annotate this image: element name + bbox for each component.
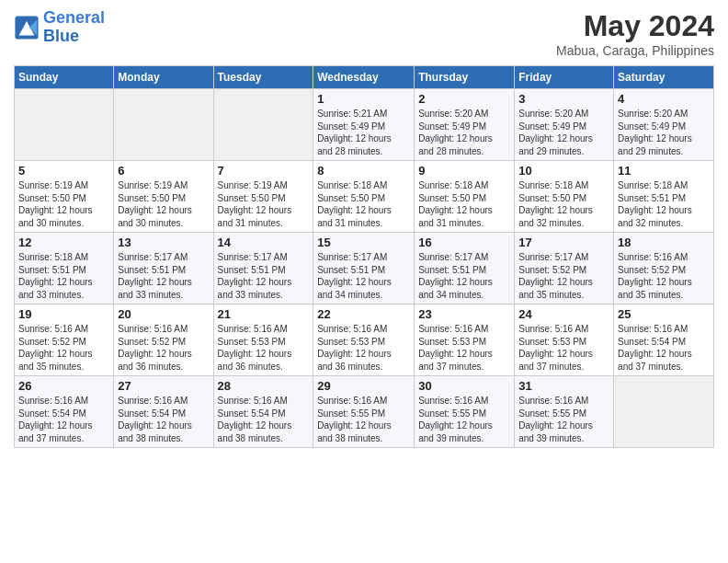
day-number: 9: [418, 164, 510, 178]
day-number: 3: [518, 92, 609, 106]
day-info: Sunrise: 5:17 AMSunset: 5:51 PMDaylight:…: [418, 251, 510, 301]
calendar-cell: 6Sunrise: 5:19 AMSunset: 5:50 PMDaylight…: [114, 161, 213, 233]
day-info: Sunrise: 5:17 AMSunset: 5:51 PMDaylight:…: [317, 251, 410, 301]
calendar-cell: 26Sunrise: 5:16 AMSunset: 5:54 PMDayligh…: [15, 376, 114, 448]
weekday-header-friday: Friday: [515, 66, 614, 89]
day-info: Sunrise: 5:18 AMSunset: 5:51 PMDaylight:…: [618, 179, 710, 229]
calendar-cell: 10Sunrise: 5:18 AMSunset: 5:50 PMDayligh…: [515, 161, 614, 233]
day-number: 31: [518, 379, 609, 393]
day-info: Sunrise: 5:16 AMSunset: 5:54 PMDaylight:…: [118, 395, 209, 444]
day-info: Sunrise: 5:16 AMSunset: 5:54 PMDaylight:…: [218, 395, 310, 444]
weekday-header-tuesday: Tuesday: [213, 66, 313, 89]
day-info: Sunrise: 5:16 AMSunset: 5:54 PMDaylight:…: [18, 395, 109, 444]
month-year: May 2024: [556, 9, 714, 43]
day-info: Sunrise: 5:16 AMSunset: 5:53 PMDaylight:…: [218, 323, 310, 373]
weekday-header-saturday: Saturday: [614, 66, 714, 89]
calendar-cell: 23Sunrise: 5:16 AMSunset: 5:53 PMDayligh…: [415, 304, 515, 376]
day-number: 27: [118, 379, 209, 393]
calendar-week-1: 1Sunrise: 5:21 AMSunset: 5:49 PMDaylight…: [15, 89, 714, 161]
logo: General Blue: [14, 9, 105, 46]
calendar-cell: 22Sunrise: 5:16 AMSunset: 5:53 PMDayligh…: [313, 304, 415, 376]
day-info: Sunrise: 5:16 AMSunset: 5:54 PMDaylight:…: [618, 323, 710, 373]
calendar-cell: 19Sunrise: 5:16 AMSunset: 5:52 PMDayligh…: [15, 304, 114, 376]
weekday-header-monday: Monday: [114, 66, 213, 89]
day-info: Sunrise: 5:21 AMSunset: 5:49 PMDaylight:…: [317, 108, 410, 157]
calendar-cell: [614, 376, 714, 448]
day-number: 4: [618, 92, 710, 106]
day-number: 28: [218, 379, 310, 393]
day-info: Sunrise: 5:16 AMSunset: 5:52 PMDaylight:…: [18, 323, 109, 373]
calendar-week-3: 12Sunrise: 5:18 AMSunset: 5:51 PMDayligh…: [15, 233, 714, 304]
day-info: Sunrise: 5:19 AMSunset: 5:50 PMDaylight:…: [218, 179, 310, 229]
day-number: 23: [418, 307, 510, 321]
weekday-header-row: SundayMondayTuesdayWednesdayThursdayFrid…: [15, 66, 714, 89]
calendar-week-2: 5Sunrise: 5:19 AMSunset: 5:50 PMDaylight…: [15, 161, 714, 233]
day-info: Sunrise: 5:18 AMSunset: 5:51 PMDaylight:…: [18, 251, 109, 301]
day-info: Sunrise: 5:16 AMSunset: 5:53 PMDaylight:…: [317, 323, 410, 373]
day-info: Sunrise: 5:16 AMSunset: 5:52 PMDaylight:…: [118, 323, 209, 373]
calendar-cell: 1Sunrise: 5:21 AMSunset: 5:49 PMDaylight…: [313, 89, 415, 161]
day-number: 7: [218, 164, 310, 178]
page-header: General Blue May 2024 Mabua, Caraga, Phi…: [14, 9, 714, 58]
day-info: Sunrise: 5:19 AMSunset: 5:50 PMDaylight:…: [18, 179, 109, 229]
calendar-cell: 18Sunrise: 5:16 AMSunset: 5:52 PMDayligh…: [614, 233, 714, 304]
day-info: Sunrise: 5:16 AMSunset: 5:55 PMDaylight:…: [518, 395, 609, 444]
title-area: May 2024 Mabua, Caraga, Philippines: [556, 9, 714, 58]
calendar-cell: 12Sunrise: 5:18 AMSunset: 5:51 PMDayligh…: [15, 233, 114, 304]
day-number: 16: [418, 236, 510, 249]
day-number: 13: [118, 236, 209, 249]
logo-line1: General: [43, 8, 105, 27]
day-info: Sunrise: 5:16 AMSunset: 5:55 PMDaylight:…: [317, 395, 410, 444]
day-number: 8: [317, 164, 410, 178]
calendar-cell: [15, 89, 114, 161]
calendar-cell: 5Sunrise: 5:19 AMSunset: 5:50 PMDaylight…: [15, 161, 114, 233]
calendar-cell: [114, 89, 213, 161]
day-number: 20: [118, 307, 209, 321]
day-info: Sunrise: 5:19 AMSunset: 5:50 PMDaylight:…: [118, 179, 209, 229]
day-info: Sunrise: 5:20 AMSunset: 5:49 PMDaylight:…: [618, 108, 710, 157]
calendar-cell: 13Sunrise: 5:17 AMSunset: 5:51 PMDayligh…: [114, 233, 213, 304]
day-number: 2: [418, 92, 510, 106]
day-number: 26: [18, 379, 109, 393]
day-number: 30: [418, 379, 510, 393]
calendar-week-5: 26Sunrise: 5:16 AMSunset: 5:54 PMDayligh…: [15, 376, 714, 448]
weekday-header-thursday: Thursday: [415, 66, 515, 89]
day-info: Sunrise: 5:16 AMSunset: 5:53 PMDaylight:…: [418, 323, 510, 373]
day-info: Sunrise: 5:18 AMSunset: 5:50 PMDaylight:…: [317, 179, 410, 229]
weekday-header-wednesday: Wednesday: [313, 66, 415, 89]
day-info: Sunrise: 5:17 AMSunset: 5:51 PMDaylight:…: [218, 251, 310, 301]
calendar-cell: 15Sunrise: 5:17 AMSunset: 5:51 PMDayligh…: [313, 233, 415, 304]
day-number: 18: [618, 236, 710, 249]
logo-text: General Blue: [43, 9, 105, 46]
calendar-cell: 14Sunrise: 5:17 AMSunset: 5:51 PMDayligh…: [213, 233, 313, 304]
calendar-cell: 27Sunrise: 5:16 AMSunset: 5:54 PMDayligh…: [114, 376, 213, 448]
calendar-cell: 11Sunrise: 5:18 AMSunset: 5:51 PMDayligh…: [614, 161, 714, 233]
calendar-cell: 4Sunrise: 5:20 AMSunset: 5:49 PMDaylight…: [614, 89, 714, 161]
day-number: 12: [18, 236, 109, 249]
day-info: Sunrise: 5:16 AMSunset: 5:52 PMDaylight:…: [618, 251, 710, 301]
logo-line2: Blue: [43, 27, 79, 45]
calendar-cell: 9Sunrise: 5:18 AMSunset: 5:50 PMDaylight…: [415, 161, 515, 233]
day-number: 29: [317, 379, 410, 393]
day-number: 15: [317, 236, 410, 249]
calendar-cell: 28Sunrise: 5:16 AMSunset: 5:54 PMDayligh…: [213, 376, 313, 448]
calendar-cell: 24Sunrise: 5:16 AMSunset: 5:53 PMDayligh…: [515, 304, 614, 376]
day-number: 11: [618, 164, 710, 178]
calendar-cell: 25Sunrise: 5:16 AMSunset: 5:54 PMDayligh…: [614, 304, 714, 376]
day-number: 24: [518, 307, 609, 321]
day-info: Sunrise: 5:20 AMSunset: 5:49 PMDaylight:…: [418, 108, 510, 157]
calendar-cell: 2Sunrise: 5:20 AMSunset: 5:49 PMDaylight…: [415, 89, 515, 161]
weekday-header-sunday: Sunday: [15, 66, 114, 89]
day-number: 17: [518, 236, 609, 249]
day-info: Sunrise: 5:16 AMSunset: 5:53 PMDaylight:…: [518, 323, 609, 373]
day-info: Sunrise: 5:17 AMSunset: 5:51 PMDaylight:…: [118, 251, 209, 301]
calendar-cell: 30Sunrise: 5:16 AMSunset: 5:55 PMDayligh…: [415, 376, 515, 448]
day-info: Sunrise: 5:17 AMSunset: 5:52 PMDaylight:…: [518, 251, 609, 301]
calendar-cell: 7Sunrise: 5:19 AMSunset: 5:50 PMDaylight…: [213, 161, 313, 233]
day-number: 1: [317, 92, 410, 106]
location: Mabua, Caraga, Philippines: [556, 43, 714, 58]
calendar-cell: 8Sunrise: 5:18 AMSunset: 5:50 PMDaylight…: [313, 161, 415, 233]
calendar-cell: [213, 89, 313, 161]
day-info: Sunrise: 5:20 AMSunset: 5:49 PMDaylight:…: [518, 108, 609, 157]
day-info: Sunrise: 5:16 AMSunset: 5:55 PMDaylight:…: [418, 395, 510, 444]
